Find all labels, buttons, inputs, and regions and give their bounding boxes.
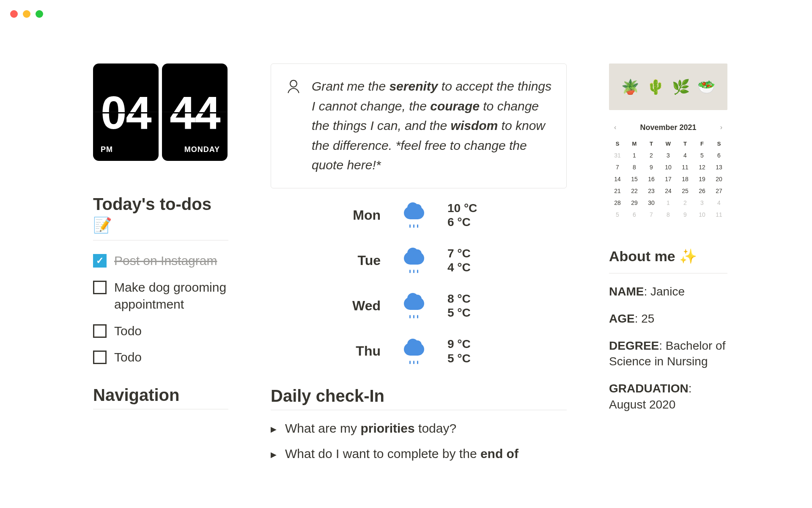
calendar-next-icon[interactable]: › [717,122,726,133]
todo-item[interactable]: Post on Instagram [93,252,228,270]
calendar-day[interactable]: 11 [710,211,727,218]
checkbox[interactable] [93,254,107,268]
calendar-day[interactable]: 8 [660,211,677,218]
toggle-item[interactable]: ▶What are my priorities today? [271,421,567,436]
calendar-dow: S [609,141,626,147]
todo-item[interactable]: Todo [93,349,228,366]
calendar-day[interactable]: 22 [626,188,643,194]
toggle-text: What do I want to complete by the end of [285,447,518,461]
weather-day: Wed [347,298,381,314]
calendar-day[interactable]: 4 [710,199,727,206]
calendar-dow: T [643,141,660,147]
calendar-day[interactable]: 21 [609,188,626,194]
weather-temps: 7 °C4 °C [447,246,471,275]
rain-cloud-icon [402,343,426,360]
weather-day: Mon [347,207,381,223]
calendar-day[interactable]: 7 [609,164,626,171]
plant-banner: 🪴 🌵 🌿 🥗 [609,64,727,110]
toggle-item[interactable]: ▶What do I want to complete by the end o… [271,447,567,461]
calendar-dow: W [660,141,677,147]
calendar-day[interactable]: 25 [677,188,694,194]
calendar-day[interactable]: 27 [710,188,727,194]
calendar-day[interactable]: 30 [643,199,660,206]
calendar-grid: SMTWTFS311234567891011121314151617181920… [609,141,727,218]
quote-text: Grant me the serenity to accept the thin… [312,77,552,175]
weather-row: Mon10 °C6 °C [347,201,567,229]
calendar-day[interactable]: 2 [677,199,694,206]
todo-item[interactable]: Make dog grooming appointment [93,279,228,313]
calendar-day[interactable]: 5 [694,152,710,159]
plant-icon: 🌵 [647,78,664,95]
calendar-day[interactable]: 14 [609,176,626,182]
rain-cloud-icon [402,252,426,269]
weather-row: Thu9 °C5 °C [347,337,567,365]
weather-row: Wed8 °C5 °C [347,292,567,320]
weather-temps: 9 °C5 °C [447,337,471,365]
calendar-day[interactable]: 26 [694,188,710,194]
calendar-day[interactable]: 15 [626,176,643,182]
divider [93,409,228,409]
divider [609,273,727,273]
calendar-day[interactable]: 29 [626,199,643,206]
clock-day: MONDAY [184,145,220,154]
calendar-day[interactable]: 31 [609,152,626,159]
calendar-day[interactable]: 7 [643,211,660,218]
calendar-day[interactable]: 1 [626,152,643,159]
todo-item[interactable]: Todo [93,323,228,340]
calendar-day[interactable]: 13 [710,164,727,171]
calendar-day[interactable]: 3 [694,199,710,206]
calendar-day[interactable]: 23 [643,188,660,194]
calendar-day[interactable]: 4 [677,152,694,159]
todo-list: Post on InstagramMake dog grooming appoi… [93,252,228,366]
weather-widget: Mon10 °C6 °CTue7 °C4 °CWed8 °C5 °CThu9 °… [271,201,567,366]
calendar-day[interactable]: 5 [609,211,626,218]
about-heading: About me ✨ [609,248,727,265]
checkbox[interactable] [93,324,107,338]
calendar-day[interactable]: 2 [643,152,660,159]
calendar-day[interactable]: 3 [660,152,677,159]
toggle-text: What are my priorities today? [285,421,456,436]
maximize-dot-icon[interactable] [36,10,43,18]
divider [93,240,228,240]
calendar-header: ‹ November 2021 › [609,122,727,133]
calendar-day[interactable]: 1 [660,199,677,206]
memo-icon: 📝 [93,216,228,234]
checkin-heading: Daily check-In [271,387,567,406]
calendar-day[interactable]: 9 [643,164,660,171]
quote-callout[interactable]: Grant me the serenity to accept the thin… [271,64,567,188]
calendar-day[interactable]: 11 [677,164,694,171]
calendar-dow: F [694,141,710,147]
calendar-day[interactable]: 12 [694,164,710,171]
calendar-day[interactable]: 28 [609,199,626,206]
calendar-day[interactable]: 24 [660,188,677,194]
weather-temps: 10 °C6 °C [447,201,477,229]
todo-text: Post on Instagram [114,252,217,270]
triangle-right-icon: ▶ [271,450,277,459]
checkbox[interactable] [93,281,107,294]
calendar-day[interactable]: 17 [660,176,677,182]
minimize-dot-icon[interactable] [23,10,30,18]
calendar-day[interactable]: 20 [710,176,727,182]
calendar-day[interactable]: 18 [677,176,694,182]
calendar-prev-icon[interactable]: ‹ [611,122,620,133]
plant-icon: 🌿 [672,78,690,95]
calendar-day[interactable]: 6 [710,152,727,159]
calendar-day[interactable]: 8 [626,164,643,171]
calendar-day[interactable]: 16 [643,176,660,182]
todo-text: Make dog grooming appointment [114,279,228,313]
weather-day: Thu [347,343,381,359]
divider [271,410,567,410]
calendar-day[interactable]: 19 [694,176,710,182]
clock-hour: 04 [101,86,151,139]
checkbox[interactable] [93,351,107,364]
navigation-heading: Navigation [93,386,228,405]
todo-text: Todo [114,323,142,340]
calendar-day[interactable]: 10 [660,164,677,171]
calendar-day[interactable]: 9 [677,211,694,218]
about-item: AGE: 25 [609,311,727,327]
calendar-day[interactable]: 6 [626,211,643,218]
calendar-day[interactable]: 10 [694,211,710,218]
close-dot-icon[interactable] [10,10,18,18]
about-item: GRADUATION: August 2020 [609,381,727,413]
weather-temps: 8 °C5 °C [447,292,471,320]
